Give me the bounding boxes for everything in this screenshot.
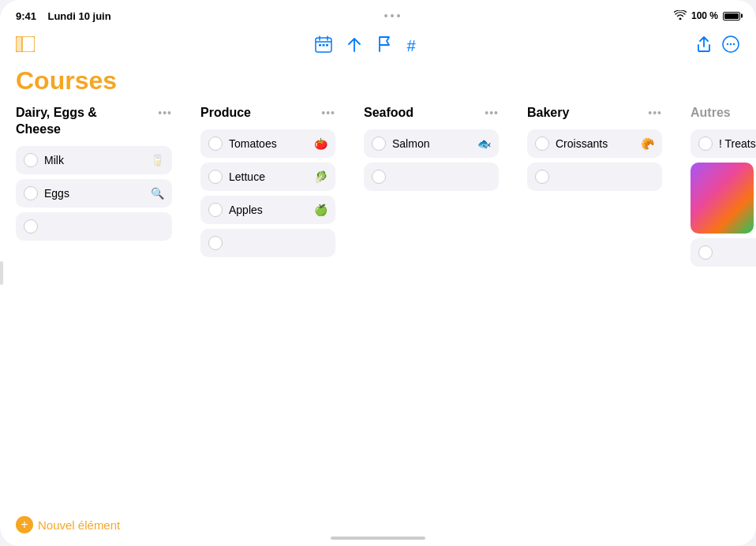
status-center xyxy=(384,14,400,17)
task-treats-checkbox[interactable] xyxy=(698,136,713,151)
task-eggs[interactable]: Eggs 🔍 xyxy=(16,179,172,208)
wifi-icon xyxy=(674,10,687,22)
task-dairy-empty[interactable] xyxy=(16,212,172,241)
task-milk-label: Milk xyxy=(44,154,144,166)
task-salmon-emoji: 🐟 xyxy=(477,137,491,150)
task-croissants[interactable]: Croissants 🥐 xyxy=(527,129,662,158)
task-salmon-checkbox[interactable] xyxy=(372,136,386,151)
column-bakery-header: Bakery ••• xyxy=(527,105,662,122)
svg-point-11 xyxy=(727,43,728,44)
task-eggs-checkbox[interactable] xyxy=(24,186,38,200)
task-dairy-empty-checkbox[interactable] xyxy=(24,219,38,234)
column-bakery-title: Bakery xyxy=(527,105,648,122)
column-seafood-header: Seafood ••• xyxy=(364,105,499,122)
send-icon[interactable] xyxy=(346,36,362,57)
task-lettuce[interactable]: Lettuce 🥬 xyxy=(200,163,335,191)
sidebar-toggle-icon[interactable] xyxy=(16,36,35,56)
svg-point-13 xyxy=(733,43,735,44)
toolbar: # xyxy=(0,28,756,63)
column-bakery: Bakery ••• Croissants 🥐 xyxy=(518,105,672,271)
column-seafood-more[interactable]: ••• xyxy=(485,107,499,119)
column-bakery-more[interactable]: ••• xyxy=(648,107,662,119)
column-autres-title: Autres xyxy=(691,105,756,122)
column-autres: Autres ! Treats for xyxy=(681,105,756,271)
task-milk[interactable]: Milk 🥛 xyxy=(16,146,172,174)
task-eggs-emoji: 🔍 xyxy=(151,187,164,200)
task-produce-empty-checkbox[interactable] xyxy=(208,236,223,250)
svg-rect-1 xyxy=(16,36,22,52)
column-produce: Produce ••• Tomatoes 🍅 Lettuce 🥬 Apples … xyxy=(191,105,345,271)
svg-point-12 xyxy=(730,43,732,44)
task-croissants-checkbox[interactable] xyxy=(535,136,549,151)
column-produce-header: Produce ••• xyxy=(200,105,335,122)
task-tomatoes-checkbox[interactable] xyxy=(208,136,223,151)
dot-3 xyxy=(397,14,400,17)
task-milk-checkbox[interactable] xyxy=(24,153,38,167)
page-title-section: Courses xyxy=(0,63,756,105)
add-circle-icon: + xyxy=(16,516,33,533)
task-lettuce-checkbox[interactable] xyxy=(208,170,223,184)
toolbar-center: # xyxy=(315,36,415,57)
task-tomatoes[interactable]: Tomatoes 🍅 xyxy=(200,129,335,158)
task-seafood-empty[interactable] xyxy=(364,163,499,191)
status-right: 100 % xyxy=(674,10,740,22)
home-indicator xyxy=(331,537,425,540)
column-produce-more[interactable]: ••• xyxy=(321,107,335,119)
status-date: Lundi 10 juin xyxy=(47,10,110,22)
dot-1 xyxy=(384,14,387,17)
svg-rect-7 xyxy=(319,44,321,47)
column-seafood-title: Seafood xyxy=(364,105,485,122)
column-dairy-title: Dairy, Eggs &Cheese xyxy=(16,105,158,138)
task-bakery-empty[interactable] xyxy=(527,163,662,191)
flag-icon[interactable] xyxy=(376,36,392,57)
status-bar: 9:41 Lundi 10 juin 100 % xyxy=(0,0,756,28)
add-item-label: Nouvel élément xyxy=(38,518,120,532)
column-dairy-more[interactable]: ••• xyxy=(158,107,172,119)
task-produce-empty[interactable] xyxy=(200,229,335,257)
column-dairy-header: Dairy, Eggs &Cheese ••• xyxy=(16,105,172,138)
task-tomatoes-label: Tomatoes xyxy=(229,137,308,150)
toolbar-right xyxy=(696,35,740,58)
column-seafood: Seafood ••• Salmon 🐟 xyxy=(354,105,508,271)
battery-icon xyxy=(723,12,740,21)
task-croissants-emoji: 🥐 xyxy=(641,137,654,150)
status-time-date: 9:41 Lundi 10 juin xyxy=(16,10,111,22)
task-autres-empty[interactable] xyxy=(691,238,756,267)
task-salmon[interactable]: Salmon 🐟 xyxy=(364,129,499,158)
calendar-icon[interactable] xyxy=(315,36,332,57)
task-treats[interactable]: ! Treats for xyxy=(691,129,756,158)
svg-rect-8 xyxy=(323,44,325,47)
task-treats-label: ! Treats for xyxy=(719,137,756,150)
task-apples-label: Apples xyxy=(229,204,308,216)
bottom-bar: + Nouvel élément xyxy=(0,516,756,533)
task-tomatoes-emoji: 🍅 xyxy=(314,137,327,150)
sidebar-handle xyxy=(0,261,3,285)
page-title: Courses xyxy=(16,66,740,95)
device-frame: 9:41 Lundi 10 juin 100 % xyxy=(0,0,756,546)
toolbar-left xyxy=(16,36,35,56)
task-milk-emoji: 🥛 xyxy=(151,154,164,166)
svg-rect-9 xyxy=(326,44,328,47)
task-apples-checkbox[interactable] xyxy=(208,203,223,217)
hash-icon[interactable]: # xyxy=(406,37,415,55)
column-autres-header: Autres xyxy=(691,105,756,122)
column-produce-title: Produce xyxy=(200,105,321,122)
task-lettuce-label: Lettuce xyxy=(229,170,308,183)
more-options-icon[interactable] xyxy=(721,35,740,58)
column-dairy: Dairy, Eggs &Cheese ••• Milk 🥛 Eggs 🔍 xyxy=(16,105,182,271)
task-bakery-empty-checkbox[interactable] xyxy=(535,170,549,184)
task-seafood-empty-checkbox[interactable] xyxy=(372,170,386,184)
task-apples-emoji: 🍏 xyxy=(314,204,327,216)
add-item-button[interactable]: + Nouvel élément xyxy=(16,516,120,533)
task-eggs-label: Eggs xyxy=(44,187,144,200)
status-time: 9:41 xyxy=(16,10,36,22)
task-apples[interactable]: Apples 🍏 xyxy=(200,196,335,224)
battery-percentage: 100 % xyxy=(691,10,718,21)
autres-image xyxy=(691,163,754,234)
share-icon[interactable] xyxy=(696,36,712,57)
task-autres-empty-checkbox[interactable] xyxy=(698,245,713,260)
dot-2 xyxy=(391,14,394,17)
columns-container: Dairy, Eggs &Cheese ••• Milk 🥛 Eggs 🔍 Pr… xyxy=(0,105,756,271)
task-salmon-label: Salmon xyxy=(392,137,471,150)
task-lettuce-emoji: 🥬 xyxy=(314,170,327,183)
